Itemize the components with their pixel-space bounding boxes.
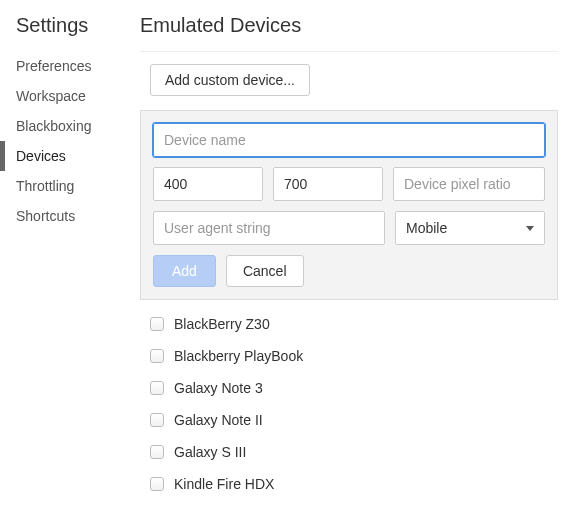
device-label: BlackBerry Z30 (174, 316, 270, 332)
settings-title: Settings (16, 14, 140, 37)
device-label: Blackberry PlayBook (174, 348, 303, 364)
list-item[interactable]: Galaxy Note II (150, 404, 558, 436)
sidebar-item-devices[interactable]: Devices (16, 141, 140, 171)
page-title: Emulated Devices (140, 14, 558, 37)
device-width-input[interactable] (153, 167, 263, 201)
sidebar-item-label: Throttling (16, 178, 74, 194)
list-item[interactable]: BlackBerry Z30 (150, 308, 558, 340)
list-item[interactable]: Kindle Fire HDX (150, 468, 558, 500)
device-checkbox[interactable] (150, 317, 164, 331)
user-agent-input[interactable] (153, 211, 385, 245)
device-type-select[interactable]: Mobile (395, 211, 545, 245)
device-label: Kindle Fire HDX (174, 476, 274, 492)
device-checkbox[interactable] (150, 349, 164, 363)
device-type-selected: Mobile (406, 220, 447, 236)
device-label: Galaxy S III (174, 444, 246, 460)
device-name-input[interactable] (153, 123, 545, 157)
device-pixel-ratio-input[interactable] (393, 167, 545, 201)
sidebar-item-label: Blackboxing (16, 118, 92, 134)
sidebar-item-shortcuts[interactable]: Shortcuts (16, 201, 140, 231)
sidebar-item-label: Workspace (16, 88, 86, 104)
device-height-input[interactable] (273, 167, 383, 201)
sidebar-item-workspace[interactable]: Workspace (16, 81, 140, 111)
device-label: Galaxy Note II (174, 412, 263, 428)
add-custom-device-button[interactable]: Add custom device... (150, 64, 310, 96)
sidebar-item-preferences[interactable]: Preferences (16, 51, 140, 81)
chevron-down-icon (526, 226, 534, 231)
sidebar-item-blackboxing[interactable]: Blackboxing (16, 111, 140, 141)
list-item[interactable]: Galaxy S III (150, 436, 558, 468)
sidebar-item-throttling[interactable]: Throttling (16, 171, 140, 201)
main-panel: Emulated Devices Add custom device... Mo… (140, 0, 572, 520)
list-item[interactable]: Blackberry PlayBook (150, 340, 558, 372)
sidebar-item-label: Preferences (16, 58, 91, 74)
device-checkbox[interactable] (150, 445, 164, 459)
device-label: Galaxy Note 3 (174, 380, 263, 396)
device-checkbox[interactable] (150, 413, 164, 427)
divider (140, 51, 558, 52)
sidebar-item-label: Shortcuts (16, 208, 75, 224)
sidebar-item-label: Devices (16, 148, 66, 164)
settings-sidebar: Settings Preferences Workspace Blackboxi… (0, 0, 140, 520)
list-item[interactable]: Galaxy Note 3 (150, 372, 558, 404)
add-button[interactable]: Add (153, 255, 216, 287)
device-checkbox[interactable] (150, 381, 164, 395)
custom-device-form: Mobile Add Cancel (140, 110, 558, 300)
device-list: BlackBerry Z30 Blackberry PlayBook Galax… (140, 300, 558, 500)
cancel-button[interactable]: Cancel (226, 255, 304, 287)
device-checkbox[interactable] (150, 477, 164, 491)
